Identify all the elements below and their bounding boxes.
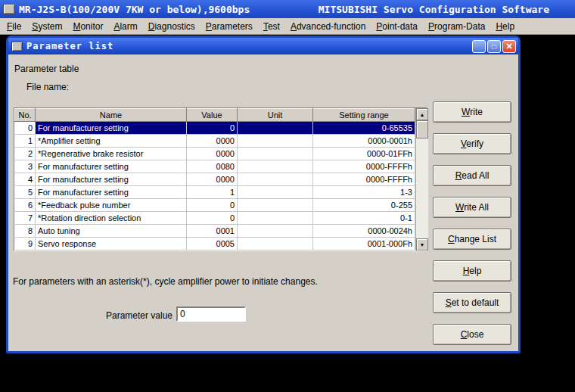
change-list-button[interactable]: Change List	[433, 229, 511, 250]
cell-no: 5	[15, 186, 36, 199]
cell-range: 0001-000Fh	[313, 238, 415, 250]
cell-value: 0005	[187, 238, 238, 250]
cell-value: 0000	[187, 135, 238, 148]
cell-no: 9	[15, 238, 36, 250]
maximize-button[interactable]: □	[487, 40, 501, 53]
cell-name: For manufacturer setting	[36, 160, 187, 173]
cell-no: 4	[15, 173, 36, 186]
table-row[interactable]: 9Servo response00050001-000Fh	[15, 238, 415, 250]
cell-name: *Feedback pulse number	[36, 199, 187, 212]
table-row[interactable]: 1*Amplifier setting00000000-0001h	[15, 135, 415, 148]
verify-button[interactable]: Verify	[433, 133, 511, 154]
set-to-default-button[interactable]: Set to default	[433, 292, 511, 313]
cell-range: 0000-0024h	[313, 225, 415, 238]
close-icon[interactable]: ✕	[502, 40, 516, 53]
button-label: Close	[461, 329, 484, 340]
window-icon	[11, 42, 23, 51]
menu-file[interactable]: File	[2, 19, 26, 34]
menu-advanced-function[interactable]: Advanced-function	[285, 19, 371, 34]
window-client: Parameter table File name: No. Name Valu…	[8, 54, 518, 351]
help-button[interactable]: Help	[433, 260, 511, 282]
parameter-value-label: Parameter value	[106, 310, 172, 321]
window-title: Parameter list	[26, 41, 113, 51]
cell-range: 0-65535	[313, 122, 415, 135]
scroll-down-icon[interactable]: ▼	[416, 238, 428, 250]
cell-unit	[238, 225, 313, 238]
button-label: Read All	[455, 170, 490, 181]
button-column: WriteVerifyRead AllWrite AllChange ListH…	[433, 101, 511, 345]
app-title: MR-J2S-B(100/200V 7KW or below),9600bps	[19, 4, 250, 15]
cell-range: 0000-01FFh	[313, 148, 415, 160]
cell-name: *Regenerative brake resistor	[36, 148, 187, 160]
table-row[interactable]: 6*Feedback pulse number00-255	[15, 199, 415, 212]
parameter-value-input[interactable]	[176, 306, 246, 322]
cell-name: *Amplifier setting	[36, 135, 187, 148]
cell-range: 0000-0001h	[313, 135, 415, 148]
table-row[interactable]: 7*Rotation direction selection00-1	[15, 212, 415, 225]
write-all-button[interactable]: Write All	[433, 197, 511, 218]
cell-range: 0-255	[313, 199, 415, 212]
menu-alarm[interactable]: Alarm	[108, 19, 142, 34]
menu-help[interactable]: Help	[490, 19, 520, 34]
scroll-up-icon[interactable]: ▲	[416, 108, 428, 120]
cell-value: 0000	[187, 148, 238, 160]
header-name[interactable]: Name	[36, 109, 187, 122]
header-no[interactable]: No.	[15, 109, 36, 122]
button-label: Write	[462, 107, 483, 117]
cell-value: 0	[187, 122, 238, 135]
cell-no: 0	[15, 122, 36, 135]
menu-test[interactable]: Test	[258, 19, 285, 34]
table-row[interactable]: 4For manufacturer setting00000000-FFFFh	[15, 173, 415, 186]
cell-unit	[238, 186, 313, 199]
button-label: Write All	[455, 202, 489, 213]
cell-value: 1	[187, 186, 238, 199]
menu-bar: FileSystemMonitorAlarmDiagnosticsParamet…	[0, 18, 575, 35]
cell-name: *Rotation direction selection	[36, 212, 187, 225]
cell-no: 6	[15, 199, 36, 212]
parameter-grid: No. Name Value Unit Setting range 0For m…	[14, 108, 415, 250]
header-unit[interactable]: Unit	[238, 109, 313, 122]
file-name-label: File name:	[26, 82, 69, 92]
header-setting-range[interactable]: Setting range	[313, 109, 415, 122]
cell-no: 1	[15, 135, 36, 148]
cell-no: 8	[15, 225, 36, 238]
table-row[interactable]: 5For manufacturer setting11-3	[15, 186, 415, 199]
cell-name: Auto tuning	[36, 225, 187, 238]
scrollbar-thumb[interactable]	[416, 120, 428, 138]
cell-name: For manufacturer setting	[36, 186, 187, 199]
table-row[interactable]: 8Auto tuning00010000-0024h	[15, 225, 415, 238]
table-header-row: No. Name Value Unit Setting range	[15, 109, 415, 122]
cell-value: 0	[187, 199, 238, 212]
parameter-table-label: Parameter table	[14, 64, 79, 74]
parameter-list-window: Parameter list _ □ ✕ Parameter table Fil…	[6, 36, 521, 353]
button-label: Set to default	[446, 297, 499, 308]
header-value[interactable]: Value	[187, 109, 238, 122]
cell-unit	[238, 212, 313, 225]
close-button[interactable]: Close	[433, 324, 511, 345]
write-button[interactable]: Write	[433, 101, 511, 123]
app-title-product: MITSUBISHI Servo Configuration Software	[319, 4, 549, 15]
table-row[interactable]: 3For manufacturer setting00800000-FFFFh	[15, 160, 415, 173]
menu-diagnostics[interactable]: Diagnostics	[143, 19, 200, 34]
cell-no: 7	[15, 212, 36, 225]
cell-unit	[238, 122, 313, 135]
window-titlebar[interactable]: Parameter list _ □ ✕	[8, 38, 518, 54]
cell-unit	[238, 173, 313, 186]
parameter-table: No. Name Value Unit Setting range 0For m…	[14, 107, 427, 251]
menu-parameters[interactable]: Parameters	[200, 19, 258, 34]
cell-unit	[238, 135, 313, 148]
app-icon	[3, 4, 15, 14]
table-scrollbar[interactable]: ▲ ▼	[415, 108, 428, 250]
menu-program-data[interactable]: Program-Data	[423, 19, 490, 34]
minimize-button[interactable]: _	[472, 40, 486, 53]
cell-value: 0	[187, 212, 238, 225]
cell-unit	[238, 148, 313, 160]
read-all-button[interactable]: Read All	[433, 165, 511, 186]
table-row[interactable]: 2*Regenerative brake resistor00000000-01…	[15, 148, 415, 160]
menu-system[interactable]: System	[26, 19, 67, 34]
menu-monitor[interactable]: Monitor	[67, 19, 108, 34]
app-titlebar[interactable]: MR-J2S-B(100/200V 7KW or below),9600bps …	[0, 0, 575, 18]
menu-point-data[interactable]: Point-data	[371, 19, 423, 34]
table-row[interactable]: 0For manufacturer setting00-65535	[15, 122, 415, 135]
button-label: Change List	[448, 234, 496, 244]
